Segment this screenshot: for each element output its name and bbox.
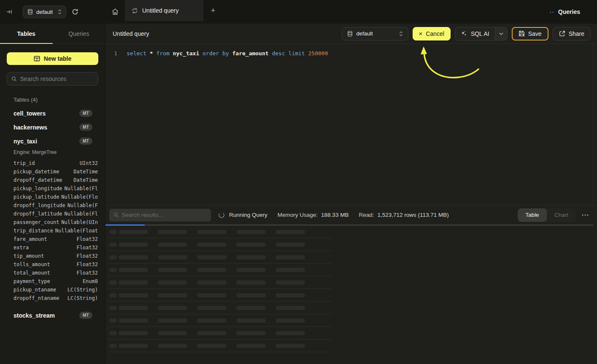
column-row[interactable]: total_amountFloat32 [14, 269, 98, 277]
query-database-selector[interactable]: default [342, 27, 408, 40]
column-row[interactable]: trip_idUInt32 [14, 159, 98, 167]
skeleton-cell [158, 318, 187, 323]
column-name: trip_id [14, 159, 35, 167]
save-button[interactable]: Save [512, 27, 548, 40]
column-row[interactable]: trip_distanceNullable(Float [14, 226, 98, 235]
search-results-input[interactable] [122, 212, 207, 218]
skeleton-cell [276, 344, 305, 348]
column-row[interactable]: tip_amountFloat32 [14, 252, 98, 260]
query-database-value: default [357, 30, 373, 37]
column-row[interactable]: payment_typeEnum8 [14, 277, 98, 286]
skeleton-row [108, 226, 332, 238]
query-title: Untitled query [113, 30, 149, 37]
sidebar-tab-queries[interactable]: Queries [53, 24, 105, 43]
skeleton-cell [236, 268, 266, 272]
skeleton-cell [236, 344, 266, 348]
token-id: nyc_taxi [173, 50, 200, 57]
sidebar-tabs: TablesQueries [0, 24, 105, 44]
column-row[interactable]: pickup_ntanameLC(String) [14, 286, 98, 294]
column-name: tip_amount [14, 252, 44, 260]
editor-scrollbar[interactable] [593, 44, 593, 205]
sql-ai-dropdown-button[interactable] [495, 27, 507, 40]
skeleton-cell [236, 255, 266, 259]
results-more-button[interactable]: ··· [582, 211, 589, 218]
column-type: Float32 [76, 235, 98, 243]
table-list: cell_towersMThackernewsMTnyc_taxiMTEngin… [0, 106, 105, 322]
home-icon [111, 8, 119, 16]
skeleton-cell [109, 306, 117, 310]
skeleton-row [108, 314, 332, 327]
column-type: LC(String) [68, 294, 98, 302]
column-type: Float32 [76, 243, 98, 252]
token-pl [170, 50, 173, 57]
skeleton-cell [276, 293, 305, 297]
sql-ai-button[interactable]: SQL AI [455, 27, 495, 40]
table-item-hackernews[interactable]: hackernewsMT [0, 120, 105, 134]
column-row[interactable]: passenger_countNullable(UIn [14, 218, 98, 226]
new-tab-button[interactable]: + [203, 0, 223, 21]
skeleton-cell [236, 230, 266, 234]
token-pl [229, 50, 232, 57]
token-kw: desc [272, 50, 285, 57]
skeleton-cell [197, 306, 227, 310]
share-icon [559, 30, 565, 37]
cancel-label: Cancel [426, 30, 444, 37]
share-button[interactable]: Share [553, 27, 591, 40]
column-row[interactable]: dropoff_longitudeNullable(F [14, 201, 98, 210]
column-row[interactable]: dropoff_latitudeNullable(Fl [14, 210, 98, 218]
skeleton-cell [109, 293, 117, 297]
search-resources-input[interactable] [20, 75, 94, 82]
column-row[interactable]: dropoff_ntanameLC(String) [14, 294, 98, 302]
main-panel: Untitled query default [105, 24, 597, 364]
column-row[interactable]: pickup_longitudeNullable(Fl [14, 184, 98, 193]
column-name: total_amount [14, 269, 50, 277]
view-toggle-table[interactable]: Table [518, 208, 547, 222]
column-name: dropoff_latitude [14, 210, 62, 218]
code-lines: 1select * from nyc_taxi order by fare_am… [105, 44, 597, 58]
cancel-query-button[interactable]: × Cancel [413, 27, 451, 40]
results-grid-skeleton [105, 226, 597, 352]
queries-link-label: Queries [558, 8, 580, 15]
home-button[interactable] [105, 0, 125, 24]
skeleton-cell [109, 331, 117, 335]
sidebar-tab-tables[interactable]: Tables [0, 24, 53, 43]
code-text: select * from nyc_taxi order by fare_amo… [117, 49, 328, 58]
skeleton-row [108, 251, 332, 264]
sidebar-collapse-button[interactable] [0, 0, 19, 24]
column-name: trip_distance [14, 226, 53, 235]
skeleton-cell [197, 255, 227, 259]
column-name: pickup_ntaname [14, 286, 56, 294]
skeleton-row [108, 327, 332, 340]
share-label: Share [569, 30, 584, 37]
column-row[interactable]: dropoff_datetimeDateTime [14, 176, 98, 184]
skeleton-cell [109, 318, 117, 323]
refresh-connection-button[interactable] [68, 0, 82, 24]
sql-editor[interactable]: 1select * from nyc_taxi order by fare_am… [105, 44, 597, 205]
column-row[interactable]: tolls_amountFloat32 [14, 260, 98, 269]
table-name: hackernews [14, 124, 47, 131]
new-table-button[interactable]: New table [7, 52, 98, 65]
sidebar-collapse-icon [6, 9, 13, 15]
column-row[interactable]: pickup_datetimeDateTime [14, 167, 98, 176]
skeleton-cell [119, 331, 148, 335]
column-row[interactable]: extraFloat32 [14, 243, 98, 252]
table-item-nyc_taxi[interactable]: nyc_taxiMT [0, 134, 105, 148]
skeleton-cell [158, 280, 187, 285]
skeleton-cell [276, 306, 305, 310]
skeleton-cell [158, 255, 187, 259]
tab-untitled-query[interactable]: Untitled query [125, 0, 203, 21]
token-kw: order [203, 50, 219, 57]
save-label: Save [528, 30, 542, 37]
updown-chevron-icon [399, 31, 403, 36]
table-item-stocks_stream[interactable]: stocks_streamMT [0, 308, 105, 322]
refresh-icon [72, 8, 78, 15]
column-row[interactable]: fare_amountFloat32 [14, 235, 98, 243]
queries-link[interactable]: ·· Queries [550, 8, 580, 15]
database-selector[interactable]: default [23, 5, 66, 18]
view-toggle-chart[interactable]: Chart [547, 208, 576, 222]
skeleton-cell [236, 331, 266, 335]
progress-track [105, 224, 593, 226]
column-type: Nullable(Float [55, 226, 98, 235]
column-row[interactable]: pickup_latitudeNullable(Flo [14, 193, 98, 201]
table-item-cell_towers[interactable]: cell_towersMT [0, 106, 105, 120]
